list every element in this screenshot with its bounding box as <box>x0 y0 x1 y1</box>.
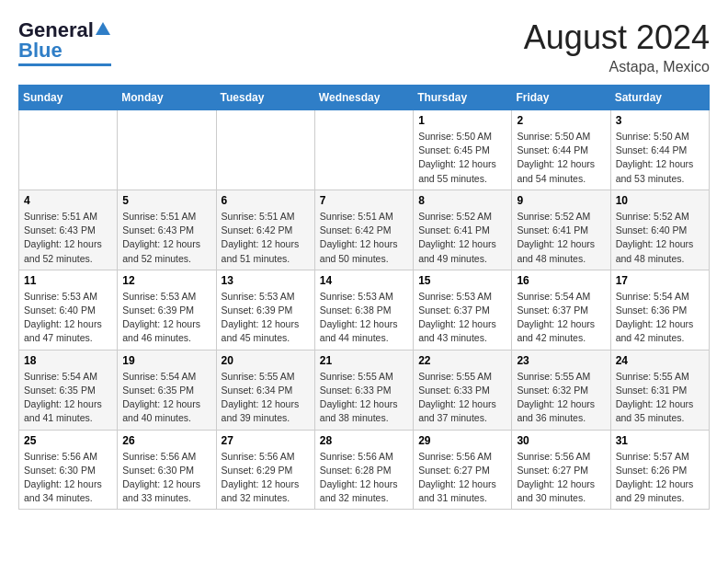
day-number: 8 <box>418 194 506 207</box>
day-number: 20 <box>222 354 310 367</box>
day-info: Sunrise: 5:56 AM Sunset: 6:30 PM Dayligh… <box>122 450 210 506</box>
calendar-cell: 18Sunrise: 5:54 AM Sunset: 6:35 PM Dayli… <box>19 350 118 430</box>
col-header-sunday: Sunday <box>19 86 118 110</box>
calendar-cell: 16Sunrise: 5:54 AM Sunset: 6:37 PM Dayli… <box>512 270 610 350</box>
calendar-cell: 22Sunrise: 5:55 AM Sunset: 6:33 PM Dayli… <box>414 350 512 430</box>
day-info: Sunrise: 5:51 AM Sunset: 6:42 PM Dayligh… <box>222 210 310 266</box>
month-year: August 2024 <box>524 18 710 57</box>
day-number: 15 <box>418 274 506 287</box>
day-info: Sunrise: 5:53 AM Sunset: 6:37 PM Dayligh… <box>418 290 506 346</box>
calendar-cell: 6Sunrise: 5:51 AM Sunset: 6:42 PM Daylig… <box>216 190 314 270</box>
day-number: 14 <box>320 274 408 287</box>
calendar-cell: 26Sunrise: 5:56 AM Sunset: 6:30 PM Dayli… <box>118 430 216 510</box>
calendar-week-3: 11Sunrise: 5:53 AM Sunset: 6:40 PM Dayli… <box>19 270 710 350</box>
day-number: 18 <box>24 354 112 367</box>
calendar-table: SundayMondayTuesdayWednesdayThursdayFrid… <box>18 85 710 510</box>
day-number: 23 <box>517 354 605 367</box>
col-header-friday: Friday <box>512 86 610 110</box>
day-info: Sunrise: 5:54 AM Sunset: 6:36 PM Dayligh… <box>616 290 704 346</box>
day-number: 3 <box>616 114 704 127</box>
calendar-cell: 3Sunrise: 5:50 AM Sunset: 6:44 PM Daylig… <box>610 110 709 190</box>
day-number: 25 <box>24 434 112 447</box>
day-number: 9 <box>517 194 605 207</box>
day-number: 7 <box>320 194 408 207</box>
col-header-wednesday: Wednesday <box>314 86 413 110</box>
calendar-week-4: 18Sunrise: 5:54 AM Sunset: 6:35 PM Dayli… <box>19 350 710 430</box>
day-info: Sunrise: 5:52 AM Sunset: 6:41 PM Dayligh… <box>517 210 605 266</box>
calendar-cell: 28Sunrise: 5:56 AM Sunset: 6:28 PM Dayli… <box>314 430 413 510</box>
day-number: 19 <box>122 354 210 367</box>
day-number: 2 <box>517 114 605 127</box>
day-info: Sunrise: 5:55 AM Sunset: 6:31 PM Dayligh… <box>616 370 704 426</box>
day-number: 13 <box>222 274 310 287</box>
day-info: Sunrise: 5:50 AM Sunset: 6:44 PM Dayligh… <box>616 130 704 186</box>
calendar-cell: 25Sunrise: 5:56 AM Sunset: 6:30 PM Dayli… <box>19 430 118 510</box>
calendar-cell: 20Sunrise: 5:55 AM Sunset: 6:34 PM Dayli… <box>216 350 314 430</box>
logo-underline <box>18 63 111 66</box>
day-number: 27 <box>222 434 310 447</box>
day-number: 11 <box>24 274 112 287</box>
calendar-cell: 19Sunrise: 5:54 AM Sunset: 6:35 PM Dayli… <box>118 350 216 430</box>
calendar-cell <box>118 110 216 190</box>
day-number: 4 <box>24 194 112 207</box>
calendar-cell: 1Sunrise: 5:50 AM Sunset: 6:45 PM Daylig… <box>414 110 512 190</box>
day-info: Sunrise: 5:50 AM Sunset: 6:44 PM Dayligh… <box>517 130 605 186</box>
calendar-cell: 8Sunrise: 5:52 AM Sunset: 6:41 PM Daylig… <box>414 190 512 270</box>
day-number: 24 <box>616 354 704 367</box>
day-number: 1 <box>418 114 506 127</box>
day-info: Sunrise: 5:55 AM Sunset: 6:32 PM Dayligh… <box>517 370 605 426</box>
calendar-cell: 5Sunrise: 5:51 AM Sunset: 6:43 PM Daylig… <box>118 190 216 270</box>
calendar-cell: 11Sunrise: 5:53 AM Sunset: 6:40 PM Dayli… <box>19 270 118 350</box>
day-info: Sunrise: 5:56 AM Sunset: 6:29 PM Dayligh… <box>222 450 310 506</box>
calendar-cell <box>19 110 118 190</box>
calendar-cell: 29Sunrise: 5:56 AM Sunset: 6:27 PM Dayli… <box>414 430 512 510</box>
day-info: Sunrise: 5:51 AM Sunset: 6:42 PM Dayligh… <box>320 210 408 266</box>
day-number: 31 <box>616 434 704 447</box>
day-number: 5 <box>122 194 210 207</box>
calendar-cell: 27Sunrise: 5:56 AM Sunset: 6:29 PM Dayli… <box>216 430 314 510</box>
day-info: Sunrise: 5:55 AM Sunset: 6:33 PM Dayligh… <box>320 370 408 426</box>
day-info: Sunrise: 5:53 AM Sunset: 6:38 PM Dayligh… <box>320 290 408 346</box>
day-number: 26 <box>122 434 210 447</box>
day-info: Sunrise: 5:54 AM Sunset: 6:35 PM Dayligh… <box>122 370 210 426</box>
day-number: 29 <box>418 434 506 447</box>
calendar-header-row: SundayMondayTuesdayWednesdayThursdayFrid… <box>19 86 710 110</box>
calendar-cell: 30Sunrise: 5:56 AM Sunset: 6:27 PM Dayli… <box>512 430 610 510</box>
day-info: Sunrise: 5:55 AM Sunset: 6:34 PM Dayligh… <box>222 370 310 426</box>
calendar-cell: 7Sunrise: 5:51 AM Sunset: 6:42 PM Daylig… <box>314 190 413 270</box>
logo-triangle-icon <box>95 20 111 37</box>
day-info: Sunrise: 5:50 AM Sunset: 6:45 PM Dayligh… <box>418 130 506 186</box>
calendar-cell <box>216 110 314 190</box>
calendar-cell <box>314 110 413 190</box>
col-header-tuesday: Tuesday <box>216 86 314 110</box>
day-info: Sunrise: 5:55 AM Sunset: 6:33 PM Dayligh… <box>418 370 506 426</box>
calendar-cell: 15Sunrise: 5:53 AM Sunset: 6:37 PM Dayli… <box>414 270 512 350</box>
calendar-cell: 24Sunrise: 5:55 AM Sunset: 6:31 PM Dayli… <box>610 350 709 430</box>
day-info: Sunrise: 5:56 AM Sunset: 6:27 PM Dayligh… <box>517 450 605 506</box>
calendar-week-1: 1Sunrise: 5:50 AM Sunset: 6:45 PM Daylig… <box>19 110 710 190</box>
calendar-cell: 31Sunrise: 5:57 AM Sunset: 6:26 PM Dayli… <box>610 430 709 510</box>
title-block: August 2024 Astapa, Mexico <box>524 18 710 75</box>
calendar-cell: 21Sunrise: 5:55 AM Sunset: 6:33 PM Dayli… <box>314 350 413 430</box>
day-info: Sunrise: 5:52 AM Sunset: 6:40 PM Dayligh… <box>616 210 704 266</box>
calendar-week-2: 4Sunrise: 5:51 AM Sunset: 6:43 PM Daylig… <box>19 190 710 270</box>
day-info: Sunrise: 5:56 AM Sunset: 6:27 PM Dayligh… <box>418 450 506 506</box>
day-info: Sunrise: 5:57 AM Sunset: 6:26 PM Dayligh… <box>616 450 704 506</box>
day-info: Sunrise: 5:56 AM Sunset: 6:28 PM Dayligh… <box>320 450 408 506</box>
svg-marker-0 <box>96 22 110 35</box>
day-number: 28 <box>320 434 408 447</box>
location: Astapa, Mexico <box>524 59 710 75</box>
day-number: 21 <box>320 354 408 367</box>
calendar-week-5: 25Sunrise: 5:56 AM Sunset: 6:30 PM Dayli… <box>19 430 710 510</box>
calendar-cell: 10Sunrise: 5:52 AM Sunset: 6:40 PM Dayli… <box>610 190 709 270</box>
day-info: Sunrise: 5:54 AM Sunset: 6:37 PM Dayligh… <box>517 290 605 346</box>
day-number: 6 <box>222 194 310 207</box>
day-info: Sunrise: 5:53 AM Sunset: 6:39 PM Dayligh… <box>222 290 310 346</box>
day-info: Sunrise: 5:51 AM Sunset: 6:43 PM Dayligh… <box>24 210 112 266</box>
day-info: Sunrise: 5:53 AM Sunset: 6:39 PM Dayligh… <box>122 290 210 346</box>
calendar-body: 1Sunrise: 5:50 AM Sunset: 6:45 PM Daylig… <box>19 110 710 510</box>
calendar-cell: 17Sunrise: 5:54 AM Sunset: 6:36 PM Dayli… <box>610 270 709 350</box>
calendar-cell: 14Sunrise: 5:53 AM Sunset: 6:38 PM Dayli… <box>314 270 413 350</box>
day-info: Sunrise: 5:53 AM Sunset: 6:40 PM Dayligh… <box>24 290 112 346</box>
logo: General Blue <box>18 18 111 66</box>
